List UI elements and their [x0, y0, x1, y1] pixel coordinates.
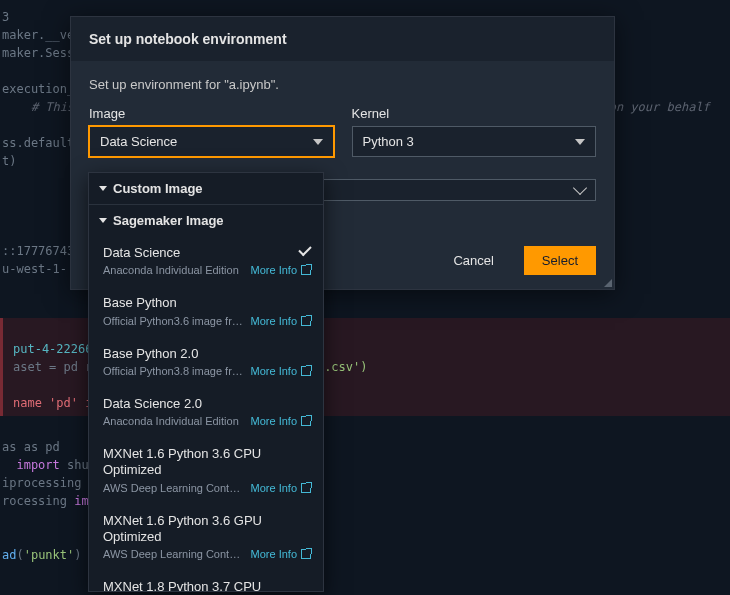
image-select[interactable]: Data Science — [89, 126, 334, 157]
modal-description: Set up environment for "a.ipynb". — [89, 61, 596, 106]
kernel-label: Kernel — [352, 106, 597, 121]
external-link-icon — [301, 483, 311, 493]
more-info-link[interactable]: More Info — [251, 365, 311, 377]
kernel-select[interactable]: Python 3 — [352, 126, 597, 157]
dropdown-item-sub: Official Python3.8 image fro… — [103, 365, 245, 377]
image-label: Image — [89, 106, 334, 121]
dropdown-item-title: Data Science 2.0 — [103, 396, 311, 412]
chevron-down-icon — [575, 139, 585, 145]
resize-handle-icon[interactable] — [602, 277, 612, 287]
image-dropdown-panel[interactable]: Custom Image Sagemaker Image Data Scienc… — [88, 172, 324, 592]
dropdown-item[interactable]: Base Python 2.0 Official Python3.8 image… — [89, 337, 323, 387]
dropdown-item-title: MXNet 1.6 Python 3.6 GPU Optimized — [103, 513, 311, 546]
dropdown-item-sub: Anaconda Individual Edition — [103, 264, 245, 276]
more-info-link[interactable]: More Info — [251, 482, 311, 494]
dropdown-item-title: MXNet 1.6 Python 3.6 CPU Optimized — [103, 446, 311, 479]
dropdown-item-title: MXNet 1.8 Python 3.7 CPU Optimized — [103, 579, 311, 592]
dropdown-item-sub: AWS Deep Learning Containe… — [103, 548, 245, 560]
dropdown-item[interactable]: MXNet 1.8 Python 3.7 CPU Optimized AWS D… — [89, 570, 323, 592]
dropdown-group-label: Custom Image — [113, 181, 203, 196]
external-link-icon — [301, 549, 311, 559]
external-link-icon — [301, 366, 311, 376]
chevron-down-icon — [573, 181, 587, 195]
dropdown-item[interactable]: MXNet 1.6 Python 3.6 GPU Optimized AWS D… — [89, 504, 323, 571]
more-info-link[interactable]: More Info — [251, 264, 311, 276]
cancel-button[interactable]: Cancel — [435, 246, 511, 275]
dropdown-group-sagemaker[interactable]: Sagemaker Image — [89, 204, 323, 236]
external-link-icon — [301, 316, 311, 326]
modal-title: Set up notebook environment — [89, 31, 596, 47]
dropdown-item[interactable]: Base Python Official Python3.6 image fro… — [89, 286, 323, 336]
external-link-icon — [301, 265, 311, 275]
more-info-link[interactable]: More Info — [251, 315, 311, 327]
dropdown-group-label: Sagemaker Image — [113, 213, 224, 228]
chevron-down-icon — [313, 139, 323, 145]
external-link-icon — [301, 416, 311, 426]
dropdown-item-title: Base Python — [103, 295, 311, 311]
caret-down-icon — [99, 186, 107, 191]
dropdown-item-sub: Anaconda Individual Edition — [103, 415, 245, 427]
dropdown-item[interactable]: Data Science Anaconda Individual Edition… — [89, 236, 323, 286]
select-button[interactable]: Select — [524, 246, 596, 275]
dropdown-item-sub: AWS Deep Learning Containe… — [103, 482, 245, 494]
more-info-link[interactable]: More Info — [251, 415, 311, 427]
more-info-link[interactable]: More Info — [251, 548, 311, 560]
dropdown-item-sub: Official Python3.6 image fro… — [103, 315, 245, 327]
dropdown-item[interactable]: Data Science 2.0 Anaconda Individual Edi… — [89, 387, 323, 437]
image-select-value: Data Science — [100, 134, 177, 149]
dropdown-item-title: Data Science — [103, 245, 311, 261]
dropdown-item-title: Base Python 2.0 — [103, 346, 311, 362]
dropdown-group-custom[interactable]: Custom Image — [89, 173, 323, 204]
kernel-select-value: Python 3 — [363, 134, 414, 149]
caret-down-icon — [99, 218, 107, 223]
modal-header: Set up notebook environment — [71, 17, 614, 61]
dropdown-item[interactable]: MXNet 1.6 Python 3.6 CPU Optimized AWS D… — [89, 437, 323, 504]
